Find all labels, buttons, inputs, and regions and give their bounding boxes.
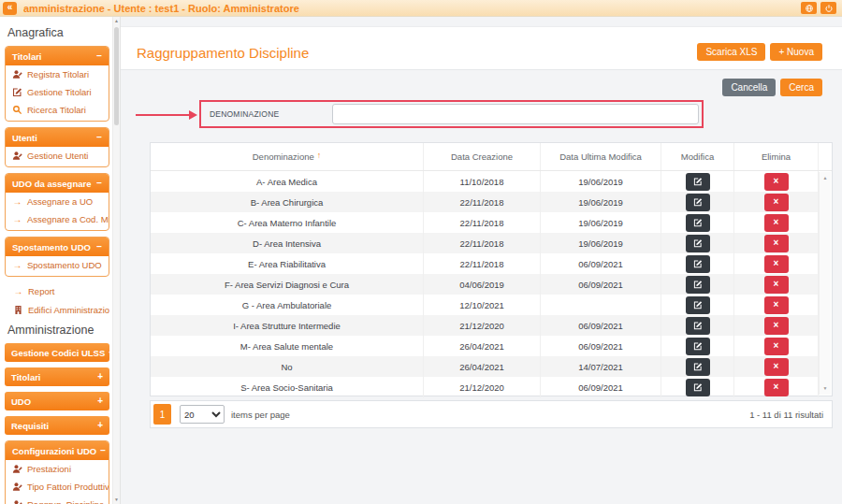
table-body: A- Area Medica11/10/201819/06/2019×B- Ar… — [151, 171, 832, 397]
edit-button[interactable] — [686, 379, 710, 396]
search-actions: Cancella Cerca — [722, 79, 822, 96]
delete-button[interactable]: × — [764, 194, 789, 211]
sidebar-scrollbar-thumb[interactable] — [114, 27, 119, 125]
sidebar-group-header-utenti[interactable]: Utenti− — [6, 128, 109, 147]
edit-button[interactable] — [686, 235, 710, 252]
globe-button[interactable] — [801, 2, 817, 14]
delete-button[interactable]: × — [764, 276, 789, 294]
sidebar-item-registra-titolari[interactable]: Registra Titolari — [6, 65, 109, 83]
sidebar-group-header-spostamento-udo[interactable]: Spostamento UDO− — [6, 238, 109, 256]
cancella-button[interactable]: Cancella — [722, 79, 776, 96]
cell-elimina: × — [734, 233, 819, 253]
sidebar-item-raggrup-discipline[interactable]: Raggrup. Discipline — [6, 496, 109, 504]
page-1-button[interactable]: 1 — [153, 404, 171, 425]
globe-icon — [805, 4, 814, 13]
sidebar-group-header-titolari[interactable]: Titolari+ — [5, 367, 109, 386]
delete-button[interactable]: × — [764, 235, 789, 252]
column-header-denominazione[interactable]: Denominazione↑ — [151, 143, 424, 170]
cell-data-creazione: 11/10/2018 — [424, 171, 541, 192]
sidebar-item-gestione-utenti[interactable]: Gestione Utenti — [6, 147, 109, 165]
sidebar-group-header-requisiti[interactable]: Requisiti+ — [5, 416, 109, 435]
sidebar-group-requisiti: Requisiti+ — [5, 416, 109, 435]
sidebar-group-header-gestione-codici-ulss[interactable]: Gestione Codici ULSS+ — [5, 343, 109, 362]
sidebar-heading-anagrafica: Anagrafica — [5, 22, 109, 46]
sidebar-group-header-configurazioni-udo[interactable]: Configurazioni UDO− — [6, 441, 109, 460]
pencil-square-icon — [693, 382, 703, 392]
results-count-label: 1 - 11 di 11 risultati — [749, 410, 823, 420]
sidebar-item-assegnare-a-uo[interactable]: →Assegnare a UO — [6, 193, 109, 210]
pencil-square-icon — [693, 321, 703, 330]
app-window: « amministrazione - Utente : test1 - Ruo… — [0, 0, 842, 504]
power-button[interactable] — [820, 2, 836, 14]
edit-button[interactable] — [686, 317, 710, 335]
scroll-down-icon[interactable]: ▼ — [113, 496, 120, 504]
cell-modifica — [661, 233, 734, 253]
edit-button[interactable] — [686, 276, 710, 294]
table-row: G - Area Ambulatoriale12/10/2021× — [151, 295, 819, 315]
column-header-data-creazione[interactable]: Data Creazione — [424, 143, 541, 170]
column-header-elimina[interactable]: Elimina — [734, 143, 819, 170]
items-per-page-label: items per page — [231, 410, 290, 420]
sidebar-item-tipo-fattori-produttivi[interactable]: Tipo Fattori Produttivi — [6, 478, 109, 496]
sidebar-item-edifici-amministrazione[interactable]: Edifici Amministrazione — [5, 301, 109, 319]
edit-button[interactable] — [686, 255, 710, 273]
sidebar-group-header-udo[interactable]: UDO+ — [5, 392, 109, 410]
arrow-right-icon: → — [12, 196, 22, 207]
annotation-arrow-shaft — [136, 114, 189, 116]
delete-button[interactable]: × — [764, 296, 789, 314]
cell-denominazione: G - Area Ambulatoriale — [151, 295, 424, 315]
cerca-button[interactable]: Cerca — [780, 79, 822, 96]
delete-button[interactable]: × — [764, 317, 789, 335]
sidebar-group-header-udo-da-assegnare[interactable]: UDO da assegnare− — [6, 174, 109, 193]
delete-button[interactable]: × — [764, 214, 789, 232]
cell-denominazione: A- Area Medica — [151, 171, 424, 192]
edit-button[interactable] — [686, 358, 710, 376]
sidebar-item-gestione-titolari[interactable]: Gestione Titolari — [6, 83, 109, 101]
sidebar-item-label: Ricerca Titolari — [27, 105, 86, 115]
sidebar-nav: AnagraficaTitolari−Registra TitolariGest… — [0, 17, 112, 504]
x-icon: × — [774, 218, 779, 227]
edit-button[interactable] — [686, 194, 710, 211]
edit-button[interactable] — [686, 338, 710, 355]
delete-button[interactable]: × — [764, 255, 789, 273]
sidebar-group-header-titolari[interactable]: Titolari− — [6, 47, 109, 65]
delete-button[interactable]: × — [764, 358, 789, 376]
sidebar-item-ricerca-titolari[interactable]: Ricerca Titolari — [6, 101, 109, 119]
scroll-up-icon[interactable]: ▲ — [113, 17, 120, 25]
column-header-modifica[interactable]: Modifica — [661, 143, 734, 170]
x-icon: × — [774, 382, 779, 392]
column-header-data-ultima-modifica[interactable]: Data Ultima Modifica — [541, 143, 661, 170]
sidebar-item-assegnare-a-cod-min[interactable]: →Assegnare a Cod. Min. — [6, 210, 109, 228]
pencil-square-icon — [693, 341, 703, 351]
sidebar-item-spostamento-udo[interactable]: →Spostamento UDO — [6, 256, 109, 274]
table-row: S- Area Socio-Sanitaria21/12/202006/09/2… — [151, 377, 819, 397]
delete-button[interactable]: × — [764, 173, 789, 191]
sidebar-collapse-button[interactable]: « — [3, 2, 17, 15]
edit-button[interactable] — [686, 296, 710, 314]
column-header-label: Data Ultima Modifica — [559, 151, 642, 162]
minus-icon: − — [96, 179, 102, 188]
plus-icon: + — [97, 372, 103, 382]
table-header-corner — [819, 143, 832, 170]
sidebar-group-utenti: Utenti−Gestione Utenti — [5, 127, 109, 167]
pencil-square-icon — [693, 362, 703, 371]
page-size-select[interactable]: 20 — [180, 405, 225, 424]
table-row: I- Area Strutture Intermedie21/12/202006… — [151, 315, 819, 336]
person-icon — [12, 69, 22, 79]
delete-button[interactable]: × — [764, 379, 789, 396]
delete-button[interactable]: × — [764, 338, 789, 355]
scarica-xls-button[interactable]: Scarica XLS — [697, 43, 765, 61]
sidebar-item-report[interactable]: →Report — [5, 282, 109, 300]
scroll-down-icon[interactable]: ▼ — [820, 384, 831, 393]
edit-button[interactable] — [686, 214, 710, 232]
sidebar-item-prestazioni[interactable]: Prestazioni — [6, 460, 109, 478]
cell-data-creazione: 22/11/2018 — [424, 253, 541, 274]
table-row: No26/04/202114/07/2021× — [151, 356, 819, 377]
sidebar-item-label: Raggrup. Discipline — [27, 499, 104, 504]
denominazione-input[interactable] — [332, 104, 699, 124]
scroll-up-icon[interactable]: ▲ — [820, 174, 831, 182]
edit-button[interactable] — [686, 173, 710, 191]
pencil-square-icon — [693, 197, 703, 207]
sidebar-group-label: Titolari — [11, 372, 41, 382]
nuova-button[interactable]: + Nuova — [770, 43, 822, 61]
